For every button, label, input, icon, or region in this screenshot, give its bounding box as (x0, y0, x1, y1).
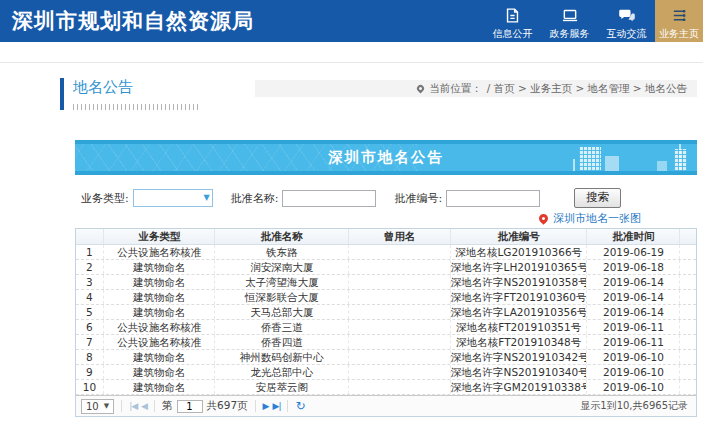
table-row[interactable]: 5建筑物命名天马总部大厦深地名许字LA201910356号2019-06-14 (76, 305, 696, 320)
last-page-button[interactable]: ▶| (272, 401, 280, 411)
cell-type: 公共设施名称核准 (104, 335, 216, 349)
cell-spare (680, 380, 696, 394)
data-grid: 业务类型 批准名称 曾用名 批准编号 批准时间 1公共设施名称核准铁东路深地名核… (75, 228, 697, 417)
location-pin-icon (416, 84, 426, 94)
number-filter-input[interactable] (446, 190, 540, 207)
breadcrumb-prefix: 当前位置： (429, 82, 482, 96)
breadcrumb-path[interactable]: / 首页 > 业务主页 > 地名管理 > 地名公告 (487, 82, 687, 96)
header-divider (0, 62, 703, 63)
cell-date: 2019-06-10 (587, 380, 680, 394)
cell-type: 建筑物命名 (104, 305, 216, 319)
col-header-date: 批准时间 (587, 229, 680, 244)
col-header-former: 曾用名 (349, 229, 451, 244)
cell-former (349, 365, 451, 379)
cell-date: 2019-06-10 (587, 365, 680, 379)
type-filter-value (134, 190, 137, 203)
nav-item-interaction[interactable]: 互动交流 (598, 0, 655, 42)
cell-num: 4 (76, 290, 104, 304)
nav-item-info-disclosure[interactable]: 信息公开 (484, 0, 541, 42)
table-header-row: 业务类型 批准名称 曾用名 批准编号 批准时间 (76, 229, 696, 245)
table-row[interactable]: 7公共设施名称核准侨香四道深地名核FT201910348号2019-06-11 (76, 335, 696, 350)
chat-icon (618, 5, 636, 25)
first-page-button[interactable]: |◀ (129, 401, 137, 411)
cell-number: 深地名核FT201910348号 (451, 335, 587, 349)
map-pin-icon (537, 212, 550, 225)
cell-type: 建筑物命名 (104, 260, 216, 274)
cell-num: 2 (76, 260, 104, 274)
cell-name: 神州数码创新中心 (215, 350, 348, 364)
cell-name: 太子湾望海大厦 (215, 275, 348, 289)
type-filter-select[interactable]: ▼ (133, 189, 213, 207)
page-number-input[interactable] (177, 400, 203, 413)
table-row[interactable]: 8建筑物命名神州数码创新中心深地名许字NS201910342号2019-06-1… (76, 350, 696, 365)
cell-name: 铁东路 (215, 245, 348, 259)
name-filter-input[interactable] (282, 190, 376, 207)
cell-num: 6 (76, 320, 104, 334)
cell-name: 安居萃云阁 (215, 380, 348, 394)
cell-date: 2019-06-11 (587, 335, 680, 349)
cell-name: 润安深南大厦 (215, 260, 348, 274)
cell-spare (680, 335, 696, 349)
cell-type: 建筑物命名 (104, 350, 216, 364)
main-panel: 深圳市地名公告 业务类型: ▼ 批准名称: 批准编号: 搜索 深圳市地名一张图 … (75, 140, 697, 417)
page-size-value: 10 (86, 401, 99, 412)
cell-number: 深地名许字GM201910338号 (451, 380, 587, 394)
top-nav: 信息公开 政务服务 互动交流 业务主页 (484, 0, 703, 42)
table-row[interactable]: 3建筑物命名太子湾望海大厦深地名许字NS201910358号2019-06-14 (76, 275, 696, 290)
cell-number: 深地名许字LH201910365号 (451, 260, 587, 274)
table-row[interactable]: 4建筑物命名恒深影联合大厦深地名许字FT201910360号2019-06-14 (76, 290, 696, 305)
cell-spare (680, 245, 696, 259)
cell-former (349, 350, 451, 364)
cell-former (349, 290, 451, 304)
cell-type: 建筑物命名 (104, 275, 216, 289)
col-header-spare (680, 229, 696, 244)
cell-date: 2019-06-10 (587, 350, 680, 364)
page-title: 地名公告 (73, 78, 201, 97)
table-row[interactable]: 10建筑物命名安居萃云阁深地名许字GM201910338号2019-06-10 (76, 380, 696, 395)
breadcrumb: 当前位置： / 首页 > 业务主页 > 地名管理 > 地名公告 (255, 80, 697, 97)
cell-spare (680, 290, 696, 304)
pagination-bar: 10 ▼ |◀ ◀ 第 共697页 ▶ ▶| ↻ 显示1到10,共6965记录 (76, 395, 696, 416)
cell-date: 2019-06-11 (587, 320, 680, 334)
pager-divider (255, 400, 256, 412)
cell-number: 深地名核LG201910366号 (451, 245, 587, 259)
page-label-prefix: 第 (162, 399, 173, 413)
table-row[interactable]: 2建筑物命名润安深南大厦深地名许字LH201910365号2019-06-18 (76, 260, 696, 275)
nav-item-business-home[interactable]: 业务主页 (655, 0, 703, 42)
cell-date: 2019-06-14 (587, 275, 680, 289)
cell-date: 2019-06-19 (587, 245, 680, 259)
map-link-row: 深圳市地名一张图 (75, 211, 697, 226)
refresh-button[interactable]: ↻ (295, 399, 305, 413)
cell-name: 天马总部大厦 (215, 305, 348, 319)
next-page-button[interactable]: ▶ (263, 401, 269, 411)
table-row[interactable]: 6公共设施名称核准侨香三道深地名核FT201910351号2019-06-11 (76, 320, 696, 335)
cell-num: 7 (76, 335, 104, 349)
cell-spare (680, 320, 696, 334)
cell-former (349, 380, 451, 394)
col-header-number: 批准编号 (451, 229, 587, 244)
cell-type: 公共设施名称核准 (104, 320, 216, 334)
title-ticks-decoration (73, 104, 201, 110)
cell-name: 龙光总部中心 (215, 365, 348, 379)
col-header-name: 批准名称 (215, 229, 348, 244)
cell-number: 深地名许字NS201910342号 (451, 350, 587, 364)
cell-former (349, 305, 451, 319)
cell-former (349, 335, 451, 349)
chevron-down-icon: ▼ (204, 193, 210, 202)
nav-item-label: 业务主页 (659, 27, 699, 41)
prev-page-button[interactable]: ◀ (141, 401, 147, 411)
table-row[interactable]: 1公共设施名称核准铁东路深地名核LG201910366号2019-06-19 (76, 245, 696, 260)
nav-item-gov-services[interactable]: 政务服务 (541, 0, 598, 42)
cell-type: 建筑物命名 (104, 365, 216, 379)
page-size-select[interactable]: 10 ▼ (81, 399, 114, 414)
cell-spare (680, 305, 696, 319)
cell-num: 8 (76, 350, 104, 364)
map-link[interactable]: 深圳市地名一张图 (553, 211, 641, 226)
search-button[interactable]: 搜索 (574, 188, 621, 208)
cell-type: 建筑物命名 (104, 290, 216, 304)
laptop-icon (561, 5, 579, 25)
list-icon (671, 5, 688, 25)
cell-type: 公共设施名称核准 (104, 245, 216, 259)
table-row[interactable]: 9建筑物命名龙光总部中心深地名许字NS201910340号2019-06-10 (76, 365, 696, 380)
section-title-block: 地名公告 (60, 78, 201, 110)
